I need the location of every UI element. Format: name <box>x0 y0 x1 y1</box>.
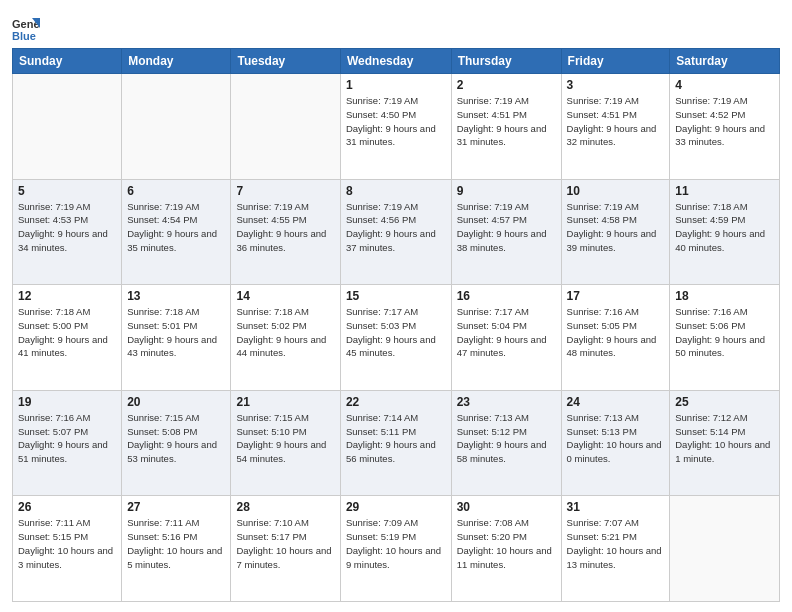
weekday-header-monday: Monday <box>122 49 231 74</box>
calendar-cell <box>122 74 231 180</box>
day-info: Sunrise: 7:15 AM Sunset: 5:10 PM Dayligh… <box>236 411 334 466</box>
calendar-cell: 31Sunrise: 7:07 AM Sunset: 5:21 PM Dayli… <box>561 496 670 602</box>
day-info: Sunrise: 7:19 AM Sunset: 4:55 PM Dayligh… <box>236 200 334 255</box>
day-number: 9 <box>457 184 556 198</box>
day-info: Sunrise: 7:18 AM Sunset: 5:02 PM Dayligh… <box>236 305 334 360</box>
day-info: Sunrise: 7:10 AM Sunset: 5:17 PM Dayligh… <box>236 516 334 571</box>
day-number: 3 <box>567 78 665 92</box>
day-info: Sunrise: 7:17 AM Sunset: 5:04 PM Dayligh… <box>457 305 556 360</box>
weekday-header-wednesday: Wednesday <box>340 49 451 74</box>
day-number: 2 <box>457 78 556 92</box>
calendar-cell: 14Sunrise: 7:18 AM Sunset: 5:02 PM Dayli… <box>231 285 340 391</box>
day-info: Sunrise: 7:18 AM Sunset: 4:59 PM Dayligh… <box>675 200 774 255</box>
calendar-cell: 17Sunrise: 7:16 AM Sunset: 5:05 PM Dayli… <box>561 285 670 391</box>
day-number: 13 <box>127 289 225 303</box>
weekday-header-tuesday: Tuesday <box>231 49 340 74</box>
day-number: 11 <box>675 184 774 198</box>
day-number: 4 <box>675 78 774 92</box>
day-info: Sunrise: 7:19 AM Sunset: 4:51 PM Dayligh… <box>567 94 665 149</box>
calendar-cell: 29Sunrise: 7:09 AM Sunset: 5:19 PM Dayli… <box>340 496 451 602</box>
day-number: 27 <box>127 500 225 514</box>
day-info: Sunrise: 7:19 AM Sunset: 4:56 PM Dayligh… <box>346 200 446 255</box>
day-number: 8 <box>346 184 446 198</box>
day-number: 25 <box>675 395 774 409</box>
calendar-cell: 10Sunrise: 7:19 AM Sunset: 4:58 PM Dayli… <box>561 179 670 285</box>
day-number: 19 <box>18 395 116 409</box>
day-info: Sunrise: 7:11 AM Sunset: 5:15 PM Dayligh… <box>18 516 116 571</box>
logo: General Blue <box>12 14 44 42</box>
calendar-cell: 26Sunrise: 7:11 AM Sunset: 5:15 PM Dayli… <box>13 496 122 602</box>
logo-icon: General Blue <box>12 14 40 42</box>
day-info: Sunrise: 7:16 AM Sunset: 5:05 PM Dayligh… <box>567 305 665 360</box>
calendar-cell: 13Sunrise: 7:18 AM Sunset: 5:01 PM Dayli… <box>122 285 231 391</box>
day-number: 30 <box>457 500 556 514</box>
day-info: Sunrise: 7:08 AM Sunset: 5:20 PM Dayligh… <box>457 516 556 571</box>
page: General Blue SundayMondayTuesdayWednesda… <box>0 0 792 612</box>
calendar: SundayMondayTuesdayWednesdayThursdayFrid… <box>12 48 780 602</box>
day-number: 7 <box>236 184 334 198</box>
header: General Blue <box>12 10 780 42</box>
day-number: 18 <box>675 289 774 303</box>
day-number: 1 <box>346 78 446 92</box>
day-number: 5 <box>18 184 116 198</box>
calendar-cell: 18Sunrise: 7:16 AM Sunset: 5:06 PM Dayli… <box>670 285 780 391</box>
calendar-cell: 6Sunrise: 7:19 AM Sunset: 4:54 PM Daylig… <box>122 179 231 285</box>
day-number: 14 <box>236 289 334 303</box>
calendar-cell: 25Sunrise: 7:12 AM Sunset: 5:14 PM Dayli… <box>670 390 780 496</box>
calendar-cell: 8Sunrise: 7:19 AM Sunset: 4:56 PM Daylig… <box>340 179 451 285</box>
calendar-week-row: 26Sunrise: 7:11 AM Sunset: 5:15 PM Dayli… <box>13 496 780 602</box>
calendar-cell <box>231 74 340 180</box>
day-number: 28 <box>236 500 334 514</box>
svg-text:Blue: Blue <box>12 30 36 42</box>
day-info: Sunrise: 7:13 AM Sunset: 5:12 PM Dayligh… <box>457 411 556 466</box>
calendar-cell: 4Sunrise: 7:19 AM Sunset: 4:52 PM Daylig… <box>670 74 780 180</box>
calendar-header-row: SundayMondayTuesdayWednesdayThursdayFrid… <box>13 49 780 74</box>
calendar-cell: 7Sunrise: 7:19 AM Sunset: 4:55 PM Daylig… <box>231 179 340 285</box>
calendar-week-row: 1Sunrise: 7:19 AM Sunset: 4:50 PM Daylig… <box>13 74 780 180</box>
calendar-cell: 15Sunrise: 7:17 AM Sunset: 5:03 PM Dayli… <box>340 285 451 391</box>
calendar-cell: 22Sunrise: 7:14 AM Sunset: 5:11 PM Dayli… <box>340 390 451 496</box>
day-number: 21 <box>236 395 334 409</box>
calendar-week-row: 19Sunrise: 7:16 AM Sunset: 5:07 PM Dayli… <box>13 390 780 496</box>
day-info: Sunrise: 7:16 AM Sunset: 5:06 PM Dayligh… <box>675 305 774 360</box>
calendar-week-row: 12Sunrise: 7:18 AM Sunset: 5:00 PM Dayli… <box>13 285 780 391</box>
calendar-cell: 24Sunrise: 7:13 AM Sunset: 5:13 PM Dayli… <box>561 390 670 496</box>
day-number: 22 <box>346 395 446 409</box>
day-number: 20 <box>127 395 225 409</box>
day-info: Sunrise: 7:16 AM Sunset: 5:07 PM Dayligh… <box>18 411 116 466</box>
day-number: 26 <box>18 500 116 514</box>
day-info: Sunrise: 7:18 AM Sunset: 5:00 PM Dayligh… <box>18 305 116 360</box>
day-info: Sunrise: 7:19 AM Sunset: 4:54 PM Dayligh… <box>127 200 225 255</box>
weekday-header-saturday: Saturday <box>670 49 780 74</box>
day-info: Sunrise: 7:19 AM Sunset: 4:53 PM Dayligh… <box>18 200 116 255</box>
day-number: 23 <box>457 395 556 409</box>
day-info: Sunrise: 7:19 AM Sunset: 4:52 PM Dayligh… <box>675 94 774 149</box>
day-number: 12 <box>18 289 116 303</box>
day-info: Sunrise: 7:15 AM Sunset: 5:08 PM Dayligh… <box>127 411 225 466</box>
day-info: Sunrise: 7:19 AM Sunset: 4:50 PM Dayligh… <box>346 94 446 149</box>
calendar-cell <box>13 74 122 180</box>
day-info: Sunrise: 7:11 AM Sunset: 5:16 PM Dayligh… <box>127 516 225 571</box>
day-info: Sunrise: 7:09 AM Sunset: 5:19 PM Dayligh… <box>346 516 446 571</box>
calendar-cell: 1Sunrise: 7:19 AM Sunset: 4:50 PM Daylig… <box>340 74 451 180</box>
day-info: Sunrise: 7:19 AM Sunset: 4:51 PM Dayligh… <box>457 94 556 149</box>
calendar-cell: 2Sunrise: 7:19 AM Sunset: 4:51 PM Daylig… <box>451 74 561 180</box>
calendar-cell: 5Sunrise: 7:19 AM Sunset: 4:53 PM Daylig… <box>13 179 122 285</box>
weekday-header-friday: Friday <box>561 49 670 74</box>
calendar-cell: 23Sunrise: 7:13 AM Sunset: 5:12 PM Dayli… <box>451 390 561 496</box>
calendar-week-row: 5Sunrise: 7:19 AM Sunset: 4:53 PM Daylig… <box>13 179 780 285</box>
day-number: 17 <box>567 289 665 303</box>
calendar-cell <box>670 496 780 602</box>
day-number: 24 <box>567 395 665 409</box>
calendar-cell: 30Sunrise: 7:08 AM Sunset: 5:20 PM Dayli… <box>451 496 561 602</box>
calendar-cell: 3Sunrise: 7:19 AM Sunset: 4:51 PM Daylig… <box>561 74 670 180</box>
day-info: Sunrise: 7:07 AM Sunset: 5:21 PM Dayligh… <box>567 516 665 571</box>
calendar-cell: 21Sunrise: 7:15 AM Sunset: 5:10 PM Dayli… <box>231 390 340 496</box>
day-info: Sunrise: 7:18 AM Sunset: 5:01 PM Dayligh… <box>127 305 225 360</box>
calendar-cell: 28Sunrise: 7:10 AM Sunset: 5:17 PM Dayli… <box>231 496 340 602</box>
day-number: 6 <box>127 184 225 198</box>
calendar-cell: 27Sunrise: 7:11 AM Sunset: 5:16 PM Dayli… <box>122 496 231 602</box>
day-number: 29 <box>346 500 446 514</box>
weekday-header-thursday: Thursday <box>451 49 561 74</box>
day-number: 31 <box>567 500 665 514</box>
